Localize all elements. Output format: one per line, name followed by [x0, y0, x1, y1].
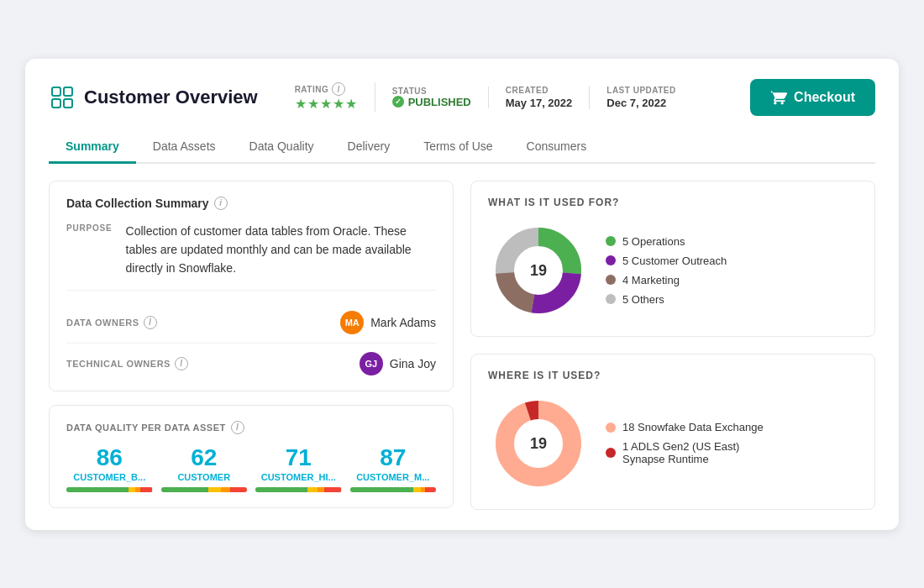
status-block: STATUS ✓ PUBLISHED: [375, 87, 489, 108]
legend-dot: [606, 236, 616, 246]
right-panel: WHAT IS IT USED FOR?: [470, 181, 875, 510]
left-panel: Data Collection Summary i PURPOSE Collec…: [49, 181, 454, 510]
quality-name: CUSTOMER: [177, 472, 230, 482]
used-for-legend: 5 Operations 5 Customer Outreach 4 Marke…: [606, 235, 727, 306]
logo-icon: [49, 84, 76, 111]
legend-dot: [606, 294, 616, 304]
legend-label: 4 Marketing: [622, 274, 680, 286]
used-for-donut: 19: [488, 220, 589, 321]
collection-info-icon[interactable]: i: [214, 197, 228, 210]
legend-item: 5 Operations: [606, 235, 727, 248]
quality-name: CUSTOMER_HI...: [261, 472, 336, 482]
status-badge: ✓ PUBLISHED: [392, 96, 471, 108]
gina-joy-info: GJ Gina Joy: [360, 352, 436, 375]
purpose-label: PURPOSE: [66, 222, 113, 278]
mark-adams-avatar: MA: [340, 311, 364, 334]
tab-delivery[interactable]: Delivery: [331, 131, 407, 164]
svg-rect-1: [64, 87, 72, 96]
legend-dot: [606, 448, 616, 458]
legend-dot: [606, 255, 616, 265]
main-content: Data Collection Summary i PURPOSE Collec…: [49, 181, 875, 510]
quality-score: 62: [191, 446, 217, 470]
gina-joy-name: Gina Joy: [390, 357, 436, 370]
used-for-title: WHAT IS IT USED FOR?: [488, 197, 858, 208]
data-owners-label: DATA OWNERS i: [66, 316, 157, 329]
quality-item: 86 CUSTOMER_B...: [66, 446, 153, 492]
legend-item: 5 Customer Outreach: [606, 255, 727, 267]
quality-grid: 86 CUSTOMER_B... 62 CUSTOMER: [66, 446, 436, 492]
mark-adams-info: MA Mark Adams: [340, 311, 436, 334]
cart-icon: [770, 89, 787, 106]
tab-summary[interactable]: Summary: [49, 131, 136, 164]
rating-info-icon[interactable]: i: [332, 82, 345, 96]
legend-item: 18 Snowfake Data Exchange: [606, 421, 764, 433]
legend-label: 5 Customer Outreach: [622, 255, 727, 267]
legend-dot: [606, 423, 616, 433]
technical-owners-info-icon[interactable]: i: [175, 357, 188, 370]
collection-summary-card: Data Collection Summary i PURPOSE Collec…: [49, 181, 454, 391]
collection-summary-title: Data Collection Summary i: [66, 197, 436, 210]
quality-card: DATA QUALITY PER DATA ASSET i 86 CUSTOME…: [49, 405, 454, 508]
updated-value: Dec 7, 2022: [606, 97, 675, 109]
tab-data-quality[interactable]: Data Quality: [233, 131, 331, 164]
legend-label: 18 Snowfake Data Exchange: [622, 421, 764, 433]
header: Customer Overview RATING i ★★★★★ STATUS …: [49, 79, 875, 116]
purpose-text: Collection of customer data tables from …: [126, 222, 436, 278]
quality-score: 86: [97, 446, 123, 470]
page-title: Customer Overview: [84, 87, 258, 108]
data-owners-row: DATA OWNERS i MA Mark Adams: [66, 302, 436, 344]
used-for-total: 19: [530, 261, 547, 279]
checkout-label: Checkout: [794, 90, 855, 105]
created-label: CREATED: [506, 86, 573, 95]
created-block: CREATED May 17, 2022: [489, 86, 591, 109]
header-meta: RATING i ★★★★★ STATUS ✓ PUBLISHED CREATE…: [278, 82, 730, 112]
used-where-title: WHERE IS IT USED?: [488, 370, 858, 381]
tab-data-assets[interactable]: Data Assets: [136, 131, 233, 164]
quality-item: 87 CUSTOMER_M...: [350, 446, 437, 492]
rating-block: RATING i ★★★★★: [278, 82, 375, 112]
status-dot-icon: ✓: [392, 96, 404, 108]
quality-score: 87: [380, 446, 406, 470]
technical-owners-row: TECHNICAL OWNERS i GJ Gina Joy: [66, 344, 436, 375]
quality-name: CUSTOMER_B...: [73, 472, 145, 482]
rating-label: RATING i: [295, 82, 358, 96]
legend-item: 4 Marketing: [606, 274, 727, 286]
svg-rect-0: [52, 87, 60, 96]
data-owners-info-icon[interactable]: i: [144, 316, 157, 329]
purpose-row: PURPOSE Collection of customer data tabl…: [66, 222, 436, 291]
legend-dot: [606, 275, 616, 285]
used-for-section: WHAT IS IT USED FOR?: [470, 181, 875, 337]
used-where-section: WHERE IS IT USED? 19 18 Snowfake Dat: [470, 354, 875, 510]
updated-label: LAST UPDATED: [606, 86, 675, 95]
quality-info-icon[interactable]: i: [231, 421, 244, 434]
quality-bar: [255, 487, 342, 492]
tab-consumers[interactable]: Consumers: [510, 131, 604, 164]
mark-adams-name: Mark Adams: [370, 316, 436, 329]
svg-rect-3: [64, 99, 72, 108]
quality-header: DATA QUALITY PER DATA ASSET i: [66, 421, 436, 434]
tab-terms[interactable]: Terms of Use: [407, 131, 509, 164]
quality-score: 71: [286, 446, 312, 470]
logo-title: Customer Overview: [49, 84, 258, 111]
quality-bar: [161, 487, 248, 492]
svg-rect-2: [52, 99, 60, 108]
main-card: Customer Overview RATING i ★★★★★ STATUS …: [25, 59, 899, 530]
quality-item: 62 CUSTOMER: [161, 446, 248, 492]
legend-label: 5 Others: [622, 293, 664, 306]
legend-item: 1 ADLS Gen2 (US East) Synapse Runtime: [606, 440, 764, 465]
used-for-chart-area: 19 5 Operations 5 Customer Outreach 4 Ma…: [488, 220, 858, 321]
gina-joy-avatar: GJ: [360, 352, 383, 375]
quality-bar: [66, 487, 153, 492]
status-label: STATUS: [392, 87, 471, 96]
legend-label: 5 Operations: [622, 235, 685, 248]
tabs: Summary Data Assets Data Quality Deliver…: [49, 131, 875, 164]
quality-item: 71 CUSTOMER_HI...: [255, 446, 342, 492]
quality-bar: [350, 487, 437, 492]
quality-name: CUSTOMER_M...: [356, 472, 429, 482]
technical-owners-label: TECHNICAL OWNERS i: [66, 357, 188, 370]
used-where-legend: 18 Snowfake Data Exchange 1 ADLS Gen2 (U…: [606, 421, 764, 465]
updated-block: LAST UPDATED Dec 7, 2022: [590, 86, 692, 109]
checkout-button[interactable]: Checkout: [750, 79, 875, 116]
used-where-total: 19: [530, 434, 547, 452]
legend-item: 5 Others: [606, 293, 727, 306]
